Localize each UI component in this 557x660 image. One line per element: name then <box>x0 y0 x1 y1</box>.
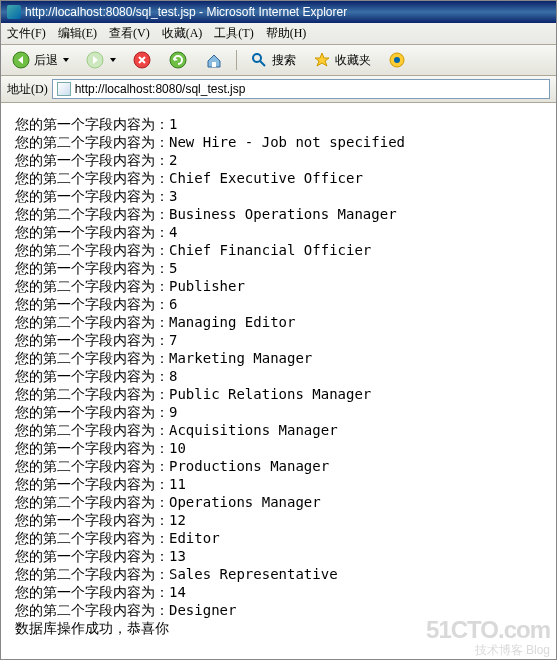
output-line: 您的第二个字段内容为：Public Relations Manager <box>15 385 542 403</box>
output-line: 您的第二个字段内容为：Designer <box>15 601 542 619</box>
menu-tools[interactable]: 工具(T) <box>214 25 253 42</box>
output-line: 您的第二个字段内容为：Business Operations Manager <box>15 205 542 223</box>
page-content: 您的第一个字段内容为：1您的第二个字段内容为：New Hire - Job no… <box>1 103 556 660</box>
svg-point-7 <box>394 57 400 63</box>
menu-help[interactable]: 帮助(H) <box>266 25 307 42</box>
address-url: http://localhost:8080/sql_test.jsp <box>75 82 246 96</box>
forward-icon <box>85 50 105 70</box>
output-line: 您的第一个字段内容为：5 <box>15 259 542 277</box>
stop-button[interactable] <box>128 48 156 72</box>
output-line: 您的第二个字段内容为：Operations Manager <box>15 493 542 511</box>
home-button[interactable] <box>200 48 228 72</box>
output-line: 您的第二个字段内容为：Chief Financial Officier <box>15 241 542 259</box>
search-label: 搜索 <box>272 52 296 69</box>
output-line: 您的第二个字段内容为：New Hire - Job not specified <box>15 133 542 151</box>
history-button[interactable] <box>383 48 411 72</box>
back-icon <box>11 50 31 70</box>
output-line: 您的第二个字段内容为：Acquisitions Manager <box>15 421 542 439</box>
output-line: 您的第一个字段内容为：12 <box>15 511 542 529</box>
output-line: 您的第一个字段内容为：7 <box>15 331 542 349</box>
output-line: 您的第一个字段内容为：11 <box>15 475 542 493</box>
chevron-down-icon <box>63 58 69 62</box>
refresh-icon <box>168 50 188 70</box>
favorites-button[interactable]: 收藏夹 <box>308 48 375 72</box>
menu-view[interactable]: 查看(V) <box>109 25 150 42</box>
output-line: 您的第一个字段内容为：13 <box>15 547 542 565</box>
search-button[interactable]: 搜索 <box>245 48 300 72</box>
back-label: 后退 <box>34 52 58 69</box>
favorites-label: 收藏夹 <box>335 52 371 69</box>
output-line: 您的第二个字段内容为：Editor <box>15 529 542 547</box>
output-line: 您的第一个字段内容为：9 <box>15 403 542 421</box>
star-icon <box>312 50 332 70</box>
output-line: 您的第二个字段内容为：Productions Manager <box>15 457 542 475</box>
svg-point-4 <box>253 54 261 62</box>
output-line: 您的第一个字段内容为：3 <box>15 187 542 205</box>
separator <box>236 50 237 70</box>
back-button[interactable]: 后退 <box>7 48 73 72</box>
menu-edit[interactable]: 编辑(E) <box>58 25 97 42</box>
home-icon <box>204 50 224 70</box>
search-icon <box>249 50 269 70</box>
forward-button[interactable] <box>81 48 120 72</box>
stop-icon <box>132 50 152 70</box>
ie-icon <box>7 5 21 19</box>
output-line: 您的第二个字段内容为：Chief Executive Officer <box>15 169 542 187</box>
toolbar: 后退 搜索 收藏夹 <box>1 45 556 76</box>
page-icon <box>57 82 71 96</box>
window-title: http://localhost:8080/sql_test.jsp - Mic… <box>25 5 347 19</box>
menu-favorites[interactable]: 收藏(A) <box>162 25 203 42</box>
output-line: 您的第二个字段内容为：Marketing Manager <box>15 349 542 367</box>
refresh-button[interactable] <box>164 48 192 72</box>
titlebar: http://localhost:8080/sql_test.jsp - Mic… <box>1 1 556 23</box>
chevron-down-icon <box>110 58 116 62</box>
address-bar: 地址(D) http://localhost:8080/sql_test.jsp <box>1 76 556 103</box>
output-line: 您的第二个字段内容为：Managing Editor <box>15 313 542 331</box>
output-line: 您的第一个字段内容为：14 <box>15 583 542 601</box>
menubar: 文件(F) 编辑(E) 查看(V) 收藏(A) 工具(T) 帮助(H) <box>1 23 556 45</box>
address-input[interactable]: http://localhost:8080/sql_test.jsp <box>52 79 550 99</box>
history-icon <box>387 50 407 70</box>
output-line: 您的第一个字段内容为：10 <box>15 439 542 457</box>
output-line: 您的第二个字段内容为：Sales Representative <box>15 565 542 583</box>
menu-file[interactable]: 文件(F) <box>7 25 46 42</box>
output-line: 您的第一个字段内容为：6 <box>15 295 542 313</box>
address-label: 地址(D) <box>7 81 48 98</box>
svg-line-5 <box>260 61 265 66</box>
success-line: 数据库操作成功，恭喜你 <box>15 619 542 637</box>
output-line: 您的第一个字段内容为：4 <box>15 223 542 241</box>
output-line: 您的第二个字段内容为：Publisher <box>15 277 542 295</box>
output-line: 您的第一个字段内容为：8 <box>15 367 542 385</box>
watermark-line2: 技术博客 Blog <box>426 644 550 657</box>
output-line: 您的第一个字段内容为：1 <box>15 115 542 133</box>
output-line: 您的第一个字段内容为：2 <box>15 151 542 169</box>
